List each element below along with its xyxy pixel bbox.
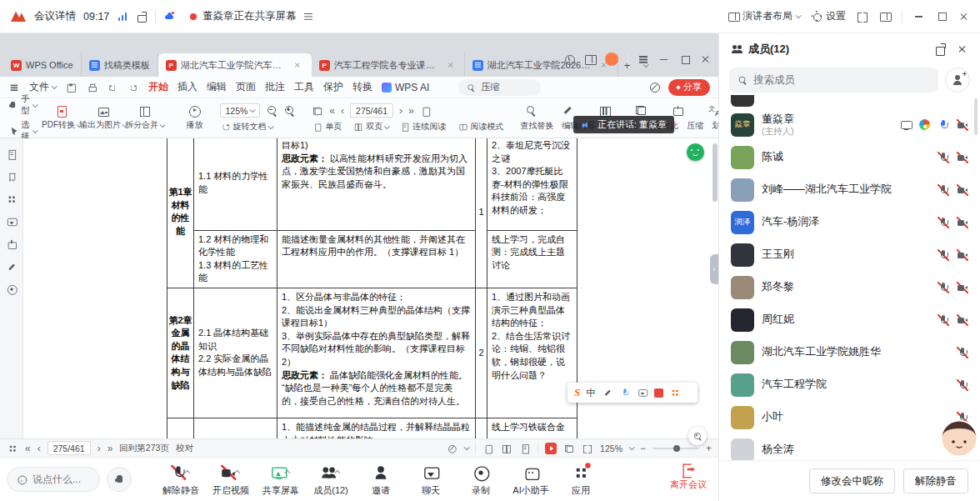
- panel-toggle-icon[interactable]: [879, 11, 891, 23]
- menu-annotate[interactable]: 批注: [265, 80, 285, 94]
- tab-wps-office[interactable]: WPS Office: [3, 53, 82, 77]
- wps-close-button[interactable]: [700, 53, 712, 65]
- sogou-logo-icon[interactable]: S: [574, 386, 580, 399]
- double-page-button[interactable]: 双页: [352, 121, 388, 133]
- edit-content-icon[interactable]: [562, 105, 573, 117]
- next-page-button[interactable]: ›: [98, 443, 101, 453]
- close-button[interactable]: [958, 11, 970, 23]
- wps-account-avatar[interactable]: [605, 53, 618, 66]
- comments-icon[interactable]: [7, 217, 17, 227]
- bookmark-icon[interactable]: [7, 172, 17, 182]
- find-replace-button[interactable]: 查找替换: [520, 120, 553, 132]
- emoji-icon[interactable]: [17, 474, 28, 485]
- wps-menu-icon[interactable]: [638, 53, 649, 65]
- popout-icon[interactable]: [934, 43, 946, 55]
- play-button[interactable]: 播放: [178, 105, 212, 131]
- export-image-button[interactable]: 输出为图片: [87, 105, 120, 131]
- camera-off-icon[interactable]: [957, 314, 968, 326]
- tab-curriculum[interactable]: 汽车工程学院各专业课程体系汇总版: [312, 53, 465, 77]
- split-merge-button[interactable]: 拆分合并: [128, 105, 162, 131]
- invite-button[interactable]: 邀请: [360, 462, 402, 498]
- assistant-avatar[interactable]: [940, 419, 978, 458]
- single-view-icon[interactable]: [484, 443, 493, 453]
- panel-collapse-handle[interactable]: ‹: [710, 254, 718, 284]
- camera-off-icon[interactable]: [957, 152, 968, 163]
- member-row[interactable]: 周红妮: [719, 303, 980, 336]
- command-search[interactable]: [458, 79, 541, 96]
- wps-share-button[interactable]: 分享: [668, 79, 710, 96]
- menu-page[interactable]: 页面: [236, 80, 256, 94]
- compress-icon[interactable]: [672, 105, 683, 117]
- menu-home[interactable]: 开始: [148, 80, 168, 94]
- presentation-play-button[interactable]: [545, 443, 557, 454]
- member-row[interactable]: 湖北汽车工业学院姚胜华: [719, 336, 980, 368]
- record-button[interactable]: 录制: [460, 462, 502, 498]
- share-screen-button[interactable]: 共享屏幕: [260, 462, 302, 498]
- menu-wps-ai[interactable]: WPS AI: [382, 82, 429, 93]
- cloud-record-icon[interactable]: [163, 11, 175, 23]
- member-search-input[interactable]: [753, 74, 931, 86]
- members-scrollbar[interactable]: [974, 98, 978, 135]
- mic-on-icon[interactable]: [938, 119, 949, 131]
- fullscreen-icon[interactable]: [857, 11, 868, 23]
- wps-minimize-button[interactable]: [658, 53, 670, 65]
- double-view-icon[interactable]: [502, 443, 512, 453]
- meeting-details-link[interactable]: 会议详情: [34, 9, 76, 23]
- fullscreen-view-icon[interactable]: [583, 443, 592, 453]
- proofread-button[interactable]: 校对: [176, 443, 193, 454]
- ime-emoji-icon[interactable]: [638, 388, 647, 398]
- back-to-page-link[interactable]: 回到第273页: [119, 443, 169, 454]
- member-row[interactable]: 刘峰——湖北汽车工业学院: [719, 173, 980, 206]
- stamp-icon[interactable]: [7, 284, 17, 294]
- member-row-host[interactable]: 焱章 董焱章(主持人): [719, 108, 980, 141]
- zoom-out-button[interactable]: −: [640, 443, 646, 453]
- camera-off-icon[interactable]: [957, 217, 968, 228]
- tab-current-pdf[interactable]: 湖北汽车工业学院汽车服务工程专: [158, 53, 312, 77]
- member-row[interactable]: 陈诚: [719, 141, 980, 173]
- menu-protect[interactable]: 保护: [323, 80, 343, 94]
- quick-chat-input[interactable]: [32, 473, 91, 485]
- ime-toolbox-icon[interactable]: [670, 388, 679, 398]
- speaker-layout-button[interactable]: 演讲者布局: [728, 9, 800, 23]
- hand-tool-button[interactable]: 手型: [7, 93, 37, 117]
- export-icon[interactable]: [136, 11, 148, 23]
- zoom-widget[interactable]: [688, 427, 707, 445]
- navigation-icon[interactable]: [7, 149, 17, 159]
- mic-off-icon[interactable]: [938, 314, 949, 326]
- ime-voice-icon[interactable]: [620, 388, 629, 398]
- eye-protect-icon[interactable]: [648, 82, 660, 93]
- raise-hand-button[interactable]: [107, 467, 132, 492]
- sogou-ime-bar[interactable]: S 中: [568, 383, 698, 403]
- split-view-icon[interactable]: [565, 443, 574, 453]
- wps-assistant-bubble[interactable]: [687, 143, 704, 161]
- ime-mode-chinese[interactable]: 中: [586, 387, 596, 399]
- mic-off-icon[interactable]: [957, 379, 968, 391]
- read-mode-button[interactable]: 阅读模式: [457, 121, 503, 133]
- camera-off-icon[interactable]: [957, 184, 968, 196]
- settings-button[interactable]: 设置: [811, 9, 846, 23]
- rename-button[interactable]: 修改会中昵称: [809, 468, 895, 493]
- member-row[interactable]: 汽车工程学院: [719, 368, 980, 401]
- zoom-select[interactable]: 125%: [220, 103, 261, 118]
- skin-icon[interactable]: [584, 53, 596, 65]
- find-replace-icon[interactable]: [525, 105, 537, 117]
- unmute-all-button[interactable]: 解除静音: [903, 468, 968, 493]
- member-search-box[interactable]: [729, 68, 938, 93]
- zoom-slider-knob[interactable]: [673, 445, 680, 452]
- first-page-button[interactable]: «: [25, 443, 31, 453]
- menu-tools[interactable]: 工具: [294, 80, 314, 94]
- zoom-out-icon[interactable]: [266, 105, 278, 117]
- menu-insert[interactable]: 插入: [178, 80, 198, 94]
- unmute-button[interactable]: 解除静音: [160, 462, 202, 498]
- menu-file[interactable]: 文件: [29, 80, 56, 94]
- member-row[interactable]: 郑冬黎: [719, 271, 980, 303]
- mic-off-icon[interactable]: [938, 282, 949, 293]
- translate-icon[interactable]: [708, 105, 718, 117]
- leave-meeting-button[interactable]: 离开会议: [670, 463, 707, 491]
- thumbnails-icon[interactable]: [7, 194, 17, 204]
- mic-off-icon[interactable]: [938, 217, 949, 228]
- member-row[interactable]: 润泽 汽车-杨润泽: [719, 206, 980, 238]
- document-scrollbar[interactable]: [712, 143, 718, 202]
- page-indicator[interactable]: 275/461: [350, 103, 393, 118]
- zoom-in-icon[interactable]: [283, 105, 295, 117]
